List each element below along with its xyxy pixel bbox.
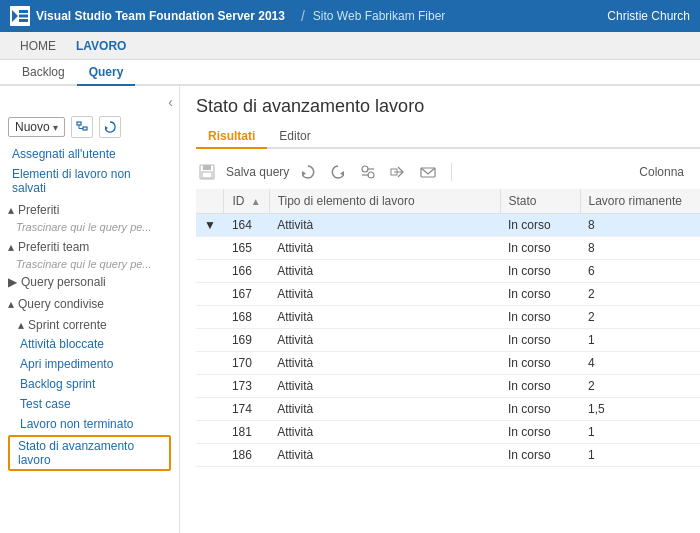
svg-point-15	[362, 166, 368, 172]
svg-rect-11	[203, 165, 211, 170]
col-tipo[interactable]: Tipo di elemento di lavoro	[269, 189, 500, 214]
row-remaining: 1	[580, 444, 700, 467]
table-row[interactable]: 166 Attività In corso 6	[196, 260, 700, 283]
sidebar-preferiti-team-header[interactable]: ▴ Preferiti team	[0, 235, 179, 256]
new-button-arrow: ▾	[53, 122, 58, 133]
row-state: In corso	[500, 329, 580, 352]
row-type: Attività	[269, 283, 500, 306]
sidebar-test-case[interactable]: Test case	[0, 394, 179, 414]
sidebar-unsaved-link[interactable]: Elementi di lavoro non salvati	[0, 164, 179, 198]
col-id[interactable]: ID ▲	[224, 189, 269, 214]
tab-bar: Backlog Query	[0, 60, 700, 86]
sidebar-stato-avanzamento[interactable]: Stato di avanzamento lavoro	[8, 435, 171, 471]
row-id: 181	[224, 421, 269, 444]
sidebar: ‹ Nuovo ▾ Assegnati	[0, 86, 180, 533]
row-arrow	[196, 398, 224, 421]
project-name: Sito Web Fabrikam Fiber	[313, 9, 446, 23]
row-id: 186	[224, 444, 269, 467]
row-arrow	[196, 237, 224, 260]
nav-lavoro[interactable]: LAVORO	[66, 32, 136, 59]
collapse-icon: ‹	[168, 94, 173, 110]
refresh-svg-icon	[300, 164, 316, 180]
content-tabs: Risultati Editor	[196, 125, 700, 149]
page-title: Stato di avanzamento lavoro	[196, 96, 700, 117]
table-row[interactable]: 167 Attività In corso 2	[196, 283, 700, 306]
sidebar-collapse[interactable]: ‹	[0, 92, 179, 114]
refresh-query-icon[interactable]	[297, 161, 319, 183]
sidebar-sprint-corrente-header[interactable]: ▴ Sprint corrente	[0, 313, 179, 334]
row-type: Attività	[269, 329, 500, 352]
nav-home[interactable]: HOME	[10, 32, 66, 59]
title-separator: /	[301, 8, 305, 24]
row-id: 166	[224, 260, 269, 283]
row-arrow	[196, 306, 224, 329]
sidebar-attivita-bloccate[interactable]: Attività bloccate	[0, 334, 179, 354]
row-remaining: 2	[580, 283, 700, 306]
row-remaining: 6	[580, 260, 700, 283]
table-row[interactable]: 181 Attività In corso 1	[196, 421, 700, 444]
redo-icon[interactable]	[327, 161, 349, 183]
table-row[interactable]: 174 Attività In corso 1,5	[196, 398, 700, 421]
toolbar-divider	[451, 163, 452, 181]
refresh-icon-btn[interactable]	[71, 116, 93, 138]
tab-query[interactable]: Query	[77, 60, 136, 86]
row-arrow: ▼	[196, 214, 224, 237]
sidebar-preferiti-placeholder: Trascinare qui le query pe...	[0, 219, 179, 235]
row-state: In corso	[500, 306, 580, 329]
tab-risultati[interactable]: Risultati	[196, 125, 267, 149]
column-label[interactable]: Colonna	[639, 165, 684, 179]
sidebar-query-personali[interactable]: ▶ Query personali	[0, 272, 179, 292]
save-query-label[interactable]: Salva query	[226, 165, 289, 179]
row-remaining: 8	[580, 237, 700, 260]
sidebar-toolbar: Nuovo ▾	[0, 114, 179, 144]
row-type: Attività	[269, 306, 500, 329]
table-row[interactable]: 168 Attività In corso 2	[196, 306, 700, 329]
svg-rect-2	[19, 10, 28, 13]
row-arrow	[196, 329, 224, 352]
svg-marker-9	[105, 126, 108, 130]
row-arrow	[196, 444, 224, 467]
row-type: Attività	[269, 421, 500, 444]
table-row[interactable]: 169 Attività In corso 1	[196, 329, 700, 352]
table-row[interactable]: 186 Attività In corso 1	[196, 444, 700, 467]
row-state: In corso	[500, 352, 580, 375]
table-scroll-container[interactable]: ID ▲ Tipo di elemento di lavoro Stato La…	[196, 189, 700, 467]
sidebar-query-condivise-header[interactable]: ▴ Query condivise	[0, 292, 179, 313]
sidebar-preferiti-header[interactable]: ▴ Preferiti	[0, 198, 179, 219]
sidebar-preferiti-team-placeholder: Trascinare qui le query pe...	[0, 256, 179, 272]
table-row[interactable]: 170 Attività In corso 4	[196, 352, 700, 375]
save-icon[interactable]	[196, 161, 218, 183]
sidebar-backlog-sprint[interactable]: Backlog sprint	[0, 374, 179, 394]
col-lavoro[interactable]: Lavoro rimanente	[580, 189, 700, 214]
row-remaining: 2	[580, 375, 700, 398]
app-logo: Visual Studio Team Foundation Server 201…	[10, 6, 285, 26]
app-title: Visual Studio Team Foundation Server 201…	[36, 9, 285, 23]
row-arrow	[196, 375, 224, 398]
link-icon[interactable]	[387, 161, 409, 183]
query-toolbar: Salva query	[196, 157, 700, 189]
sidebar-apri-impedimento[interactable]: Apri impedimento	[0, 354, 179, 374]
sidebar-assigned-link[interactable]: Assegnati all'utente	[0, 144, 179, 164]
row-remaining: 2	[580, 306, 700, 329]
filter-svg-icon	[360, 164, 376, 180]
table-row[interactable]: 173 Attività In corso 2	[196, 375, 700, 398]
tab-backlog[interactable]: Backlog	[10, 60, 77, 86]
row-type: Attività	[269, 352, 500, 375]
email-icon[interactable]	[417, 161, 439, 183]
row-state: In corso	[500, 260, 580, 283]
new-button[interactable]: Nuovo ▾	[8, 117, 65, 137]
tab-editor[interactable]: Editor	[267, 125, 322, 149]
sidebar-lavoro-non-terminato[interactable]: Lavoro non terminato	[0, 414, 179, 434]
table-row[interactable]: ▼ 164 Attività In corso 8	[196, 214, 700, 237]
svg-point-16	[368, 172, 374, 178]
row-id: 170	[224, 352, 269, 375]
sync-icon-btn[interactable]	[99, 116, 121, 138]
row-state: In corso	[500, 283, 580, 306]
row-id: 165	[224, 237, 269, 260]
filter-icon[interactable]	[357, 161, 379, 183]
svg-rect-5	[77, 122, 81, 125]
col-stato[interactable]: Stato	[500, 189, 580, 214]
table-row[interactable]: 165 Attività In corso 8	[196, 237, 700, 260]
svg-rect-3	[19, 15, 28, 18]
row-arrow	[196, 352, 224, 375]
